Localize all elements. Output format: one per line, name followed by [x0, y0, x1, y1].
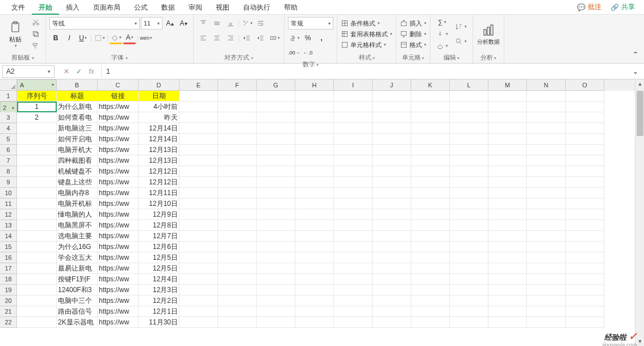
- cell[interactable]: 机械键盘不: [57, 166, 98, 177]
- cell[interactable]: [566, 274, 604, 285]
- formula-input[interactable]: 1: [101, 65, 629, 78]
- cell[interactable]: [411, 306, 450, 317]
- cell[interactable]: [179, 209, 218, 220]
- cell[interactable]: [566, 317, 604, 328]
- cell[interactable]: [257, 123, 295, 134]
- cell[interactable]: 电脑中三个: [57, 296, 98, 306]
- cell[interactable]: 按键F1到F: [57, 274, 98, 285]
- cell[interactable]: [373, 145, 411, 155]
- row-header[interactable]: 7: [0, 155, 17, 166]
- cell[interactable]: [218, 274, 257, 285]
- cut-button[interactable]: [30, 17, 42, 28]
- cell[interactable]: [450, 145, 488, 155]
- cell[interactable]: https://ww: [98, 112, 139, 123]
- cell[interactable]: 标题: [57, 91, 98, 102]
- col-header-N[interactable]: N: [527, 79, 566, 91]
- cell[interactable]: [450, 199, 488, 209]
- row-header[interactable]: 12: [0, 209, 17, 220]
- cell[interactable]: [488, 112, 527, 123]
- cell[interactable]: [527, 145, 566, 155]
- row-header[interactable]: 6: [0, 145, 17, 155]
- cell[interactable]: 日期: [139, 91, 179, 102]
- cell[interactable]: [411, 317, 450, 328]
- cell[interactable]: [295, 134, 334, 145]
- paste-button[interactable]: 粘贴: [3, 17, 27, 51]
- number-format-select[interactable]: 常规: [288, 17, 333, 29]
- border-button[interactable]: [93, 32, 106, 44]
- cell[interactable]: [411, 263, 450, 274]
- cell-style-button[interactable]: 单元格样式: [341, 41, 392, 49]
- cell[interactable]: [527, 306, 566, 317]
- cell[interactable]: 12月5日: [139, 263, 179, 274]
- cell[interactable]: 12月7日: [139, 231, 179, 242]
- cell[interactable]: [218, 102, 257, 112]
- cell[interactable]: [488, 220, 527, 231]
- cell[interactable]: [488, 145, 527, 155]
- conditional-format-button[interactable]: 条件格式: [341, 19, 392, 28]
- cell[interactable]: [488, 274, 527, 285]
- select-all-corner[interactable]: [0, 79, 17, 91]
- cell[interactable]: 12400F和3: [57, 285, 98, 296]
- cell[interactable]: [218, 220, 257, 231]
- cell[interactable]: [527, 166, 566, 177]
- cell[interactable]: 最易让新电: [57, 263, 98, 274]
- cell[interactable]: [295, 177, 334, 188]
- cell[interactable]: [334, 188, 373, 199]
- font-name-select[interactable]: 等线: [49, 17, 140, 29]
- cell[interactable]: https://ww: [98, 242, 139, 252]
- cell[interactable]: [257, 231, 295, 242]
- cell[interactable]: [179, 166, 218, 177]
- align-middle-button[interactable]: [211, 17, 223, 29]
- find-button[interactable]: [453, 35, 469, 48]
- row-header[interactable]: 19: [0, 285, 17, 296]
- cell[interactable]: [527, 91, 566, 102]
- cell[interactable]: [218, 188, 257, 199]
- cell[interactable]: 电脑开机标: [57, 199, 98, 209]
- cancel-formula-button[interactable]: ✕: [62, 67, 70, 75]
- cell[interactable]: [218, 155, 257, 166]
- orientation-button[interactable]: [241, 17, 253, 29]
- cell[interactable]: [334, 220, 373, 231]
- cell[interactable]: [450, 123, 488, 134]
- cell[interactable]: [527, 296, 566, 306]
- cell[interactable]: [411, 220, 450, 231]
- cell[interactable]: [17, 209, 57, 220]
- cell[interactable]: [218, 252, 257, 263]
- cell[interactable]: [179, 155, 218, 166]
- cell[interactable]: [527, 102, 566, 112]
- cell[interactable]: [527, 317, 566, 328]
- cell[interactable]: https://ww: [98, 220, 139, 231]
- cell[interactable]: https://ww: [98, 134, 139, 145]
- cell[interactable]: [527, 285, 566, 296]
- cell[interactable]: [257, 177, 295, 188]
- cell[interactable]: 12月1日: [139, 306, 179, 317]
- cell[interactable]: [218, 231, 257, 242]
- cell[interactable]: [373, 123, 411, 134]
- cell[interactable]: [295, 209, 334, 220]
- cell[interactable]: [218, 306, 257, 317]
- cell[interactable]: [488, 317, 527, 328]
- cell[interactable]: [179, 252, 218, 263]
- cell[interactable]: [566, 123, 604, 134]
- cell[interactable]: https://ww: [98, 155, 139, 166]
- cell[interactable]: [218, 296, 257, 306]
- cell[interactable]: [566, 166, 604, 177]
- cell[interactable]: [488, 296, 527, 306]
- cell[interactable]: [373, 317, 411, 328]
- cell[interactable]: [373, 102, 411, 112]
- cell[interactable]: [179, 306, 218, 317]
- cell[interactable]: [411, 145, 450, 155]
- cell[interactable]: [334, 102, 373, 112]
- cell[interactable]: [450, 91, 488, 102]
- col-header-A[interactable]: A: [17, 79, 57, 91]
- cell[interactable]: 12月6日: [139, 242, 179, 252]
- menu-help[interactable]: 帮助: [277, 0, 304, 15]
- cell[interactable]: [17, 231, 57, 242]
- cell[interactable]: [527, 177, 566, 188]
- cell[interactable]: [218, 145, 257, 155]
- align-top-button[interactable]: [197, 17, 210, 29]
- cell[interactable]: [334, 317, 373, 328]
- cell[interactable]: [488, 306, 527, 317]
- cell[interactable]: [257, 274, 295, 285]
- cell[interactable]: [373, 274, 411, 285]
